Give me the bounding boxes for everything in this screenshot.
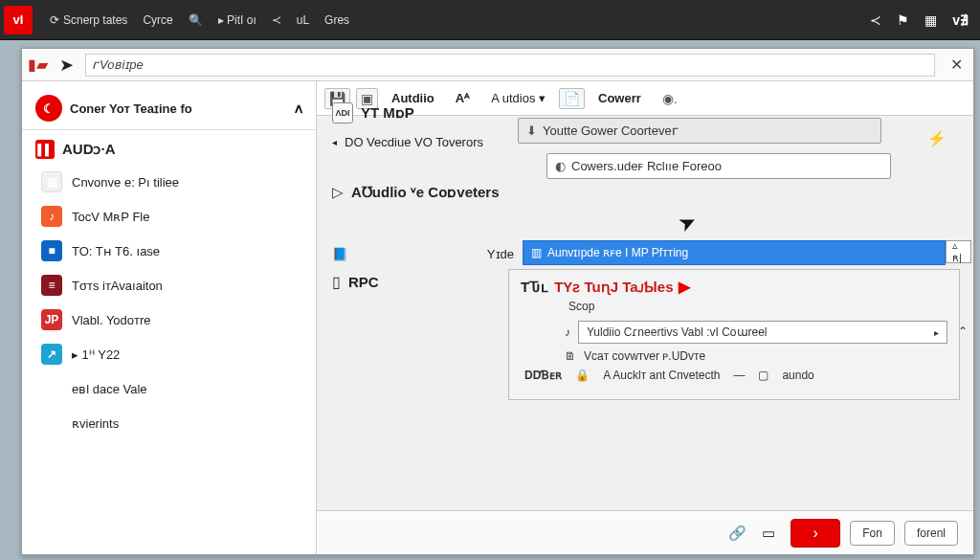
menu-item-0[interactable]: ⟳ Scnerp tates [42,10,135,31]
menu-search-icon[interactable]: 🔍 [181,10,211,31]
sidebar-item-0[interactable]: ▤ Cnvonve e: Pı tiliee [22,165,316,199]
primary-next-button[interactable]: › [791,519,840,548]
bolt-icon[interactable]: ⚡ [927,129,947,147]
cursor-arrow-icon: ➤ [674,208,700,237]
doc-small-icon: 🗎 [565,349,576,363]
youtube-play-icon: ▶ [679,278,690,296]
panel-row-3: DDƁᴇʀ 🔒 A Aucklт ant Cпvetecth — ▢ aundo [524,369,947,382]
sidebar-item-2[interactable]: ■ TO: Tʜ T6. ıаse [22,234,316,268]
details-panel: TԎʟ TYƨ TuɳJ TaᴊƄles ▶ Scop ♪ Yuldiio Cɾ… [508,269,960,400]
tab-disc-icon[interactable]: ◉. [655,87,685,110]
main-content: 💾 ▣ Autdiio Aᴬ A utdios ▾ 📄 Cowerr ◉. ΛD… [317,81,973,554]
panel-subtitle: Scop [568,300,947,313]
sidebar-header[interactable]: ☾ Coner Yoт Teaɪine fo ᴧ [22,87,316,130]
globe-icon: ◐ [555,159,566,173]
footer-button-2[interactable]: forenl [904,521,958,546]
menu-item-4[interactable]: ≺ [264,10,289,31]
row-rpc[interactable]: ▯ RPC [332,273,514,291]
sidebar: ☾ Coner Yoт Teaɪine fo ᴧ ▌▌ AUDᴐ·A ▤ Cnv… [22,81,317,554]
panel-row-2: 🗎 Vcaт covwтver ᴘ.UDvтe [565,349,947,363]
folder-icon[interactable]: ▮▰ [28,56,47,75]
caret-icon: ▸ [934,327,939,338]
blue-square-icon: ■ [41,240,62,261]
panel-row-1: ♪ Yuldiio Cɾneertivs Vabl :vI Coɯreel ▸ [565,321,947,344]
tab-cowerr[interactable]: Cowerr [590,87,649,109]
address-input[interactable] [85,54,935,77]
chevron-up-icon[interactable]: ᴧ [295,101,302,116]
menu-item-3[interactable]: ▸ PitI oı [211,10,264,31]
sidebar-item-1[interactable]: ♪ TocV MʀP Fle [22,199,316,234]
footer-button-1[interactable]: Fon [850,521,895,546]
panel-input-1[interactable]: Yuldiio Cɾneertivs Vabl :vI Coɯreel ▸ [578,321,947,344]
address-bar: ▮▰ ➤ ✕ [22,49,973,81]
device-icon: ▯ [332,273,341,291]
field-convert-file[interactable]: ◐ Cowerѕ.udeꜰ Rclııe Foreoo [546,153,891,179]
audio-section-icon: ▌▌ [35,140,55,159]
panel-title: TԎʟ TYƨ TuɳJ TaᴊƄles ▶ [521,278,947,296]
music-file-icon: ♪ [41,206,62,227]
sidebar-section-audio[interactable]: ▌▌ AUDᴐ·A [22,130,316,165]
lock-icon: 🔒 [575,369,590,382]
page-icon: 📄 [564,91,580,106]
footer-link-icon[interactable]: 🔗 [728,525,746,542]
row-yside[interactable]: 📘 Yɪde [332,247,514,261]
disc-icon: ◉. [662,91,678,106]
main-window: ▮▰ ➤ ✕ ☾ Coner Yoт Teaɪine fo ᴧ ▌▌ AUDᴐ·… [21,48,974,555]
top-menu-bar: vI ⟳ Scnerp tates Cyrce 🔍 ▸ PitI oı ≺ uL… [0,0,980,40]
sheet-icon: ▥ [531,246,542,259]
brand-icon: ☾ [35,95,62,122]
top-right-grid-icon[interactable]: ▦ [917,9,945,32]
footer-doc-icon[interactable]: ▭ [762,525,775,542]
list-icon: ▤ [41,171,62,192]
footer-bar: 🔗 ▭ › Fon forenl [317,510,973,554]
pointer-icon[interactable]: ➤ [56,56,76,75]
top-right-flag-icon[interactable]: ⚑ [889,9,917,32]
sidebar-title: Coner Yoт Teaɪine fo [70,101,192,116]
field-youtube-converter[interactable]: ⬇ Youtte Gower Coorteveᴦ [518,118,881,144]
play-outline-icon: ▷ [332,184,344,201]
menu-item-1[interactable]: Cyrce [135,10,180,31]
bullet-icon: ◂ [332,137,337,147]
sidebar-item-3[interactable]: ≡ Tσтs iтAvaıaiton [22,268,316,302]
person-icon: ♟ [41,413,62,434]
main-left-column: ΛDI YT MɒP ◂ DO Vecdiue VO Toverors ▷ AƱ… [332,91,514,302]
panel-scroll-icon[interactable]: ⌃ [958,325,968,338]
download-icon: ⬇ [526,123,537,138]
mini-field[interactable]: ▵ ʀ| [946,240,971,263]
app-logo[interactable]: vI [4,6,33,34]
top-right-last-icon[interactable]: v∄ [945,9,976,32]
sidebar-item-6[interactable]: ▦ eʙl dace Vale [22,371,316,406]
jp-icon: JP [41,309,62,330]
menu-item-6[interactable]: Gres [317,10,357,31]
top-right-back-icon[interactable]: ≺ [862,9,889,32]
sidebar-item-5[interactable]: ↗ ▸ 1ᴴ Y22 [22,337,316,371]
maroon-square-icon: ≡ [41,275,62,296]
refresh-icon: ⟳ [50,13,59,27]
cyan-arrow-icon: ↗ [41,344,62,365]
grid-small-icon: ▦ [41,378,62,399]
sidebar-item-7[interactable]: ♟ ʀvierints [22,406,316,440]
note-icon: ♪ [565,325,570,339]
row-audio-conv[interactable]: ▷ AƱudlio ᵛe Coɒveters [332,184,514,201]
small-box-icon: ▢ [758,369,768,382]
yt-badge-icon: ΛDI [332,102,353,123]
row-ytmp[interactable]: ΛDI YT MɒP [332,102,514,123]
blue-selection-bar[interactable]: ▥ Aunvɪıpde ʀꜰe I MP Pfттing [523,240,946,265]
tab-page-icon[interactable]: 📄 [559,88,585,109]
sidebar-item-4[interactable]: JP Vlabl. Yodoтre [22,302,316,337]
close-tab-icon[interactable]: ✕ [945,56,968,74]
row-do[interactable]: ◂ DO Vecdiue VO Toverors [332,135,514,149]
book-icon: 📘 [332,247,347,261]
blue-bar-controls: ▵ ʀ| ▾ [946,240,973,263]
menu-item-5[interactable]: uL [289,10,317,31]
